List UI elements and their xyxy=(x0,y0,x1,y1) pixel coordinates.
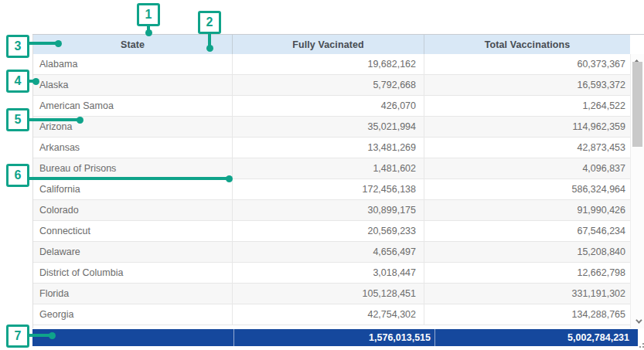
cell-total-vaccinations: 114,962,359 xyxy=(424,117,630,137)
cell-total-vaccinations: 586,324,964 xyxy=(424,179,630,199)
column-header-total-vaccinations[interactable]: Total Vaccinations xyxy=(424,35,630,54)
table-row[interactable]: Connecticut 20,569,233 67,546,234 xyxy=(33,221,630,242)
callout-3: 3 xyxy=(6,35,29,58)
callout-1: 1 xyxy=(137,3,160,26)
callout-7-line xyxy=(28,334,50,337)
callout-6: 6 xyxy=(6,164,29,187)
cell-fully-vaccinated: 19,682,162 xyxy=(232,54,424,74)
annotated-table-screenshot: State Fully Vacinated Total Vaccinations… xyxy=(0,0,644,350)
callout-2-dot xyxy=(206,45,213,52)
summary-row: 1,576,013,515 5,002,784,231 xyxy=(32,329,638,346)
cell-state: Alabama xyxy=(33,54,232,74)
cell-total-vaccinations: 67,546,234 xyxy=(424,221,630,241)
table-body: Alabama 19,682,162 60,373,367 Alaska 5,7… xyxy=(33,54,630,328)
cell-fully-vaccinated: 1,481,602 xyxy=(232,158,424,178)
cell-total-vaccinations: 331,191,302 xyxy=(424,284,630,304)
column-header-state[interactable]: State xyxy=(33,35,232,54)
cell-total-vaccinations: 134,288,765 xyxy=(424,304,630,325)
chevron-down-icon xyxy=(635,317,642,323)
cell-state: Alaska xyxy=(33,75,232,95)
cell-fully-vaccinated: 105,128,451 xyxy=(232,284,424,304)
table-header-row: State Fully Vacinated Total Vaccinations xyxy=(33,35,630,54)
table-row[interactable]: California 172,456,138 586,324,964 xyxy=(33,179,630,200)
table-row[interactable]: Arizona 35,021,994 114,962,359 xyxy=(33,117,630,138)
callout-3-dot xyxy=(55,40,62,47)
cell-fully-vaccinated: 3,018,447 xyxy=(232,263,424,283)
vertical-scrollbar[interactable] xyxy=(630,54,644,328)
summary-total-vaccinations: 5,002,784,231 xyxy=(434,329,638,346)
cell-state: Delaware xyxy=(33,242,232,262)
callout-5: 5 xyxy=(6,108,29,131)
cell-state: District of Columbia xyxy=(33,263,232,283)
cell-total-vaccinations: 15,208,840 xyxy=(424,242,630,262)
scroll-down-button[interactable] xyxy=(631,315,644,327)
cell-fully-vaccinated: 5,792,668 xyxy=(232,75,424,95)
cell-state: American Samoa xyxy=(33,96,232,116)
cell-total-vaccinations: 1,264,522 xyxy=(424,96,630,116)
table-row[interactable]: Arkansas 13,481,269 42,873,453 xyxy=(33,138,630,158)
summary-state-cell xyxy=(32,329,233,346)
cell-state: Connecticut xyxy=(33,221,232,241)
callout-7-dot xyxy=(49,332,56,339)
scrollbar-thumb[interactable] xyxy=(632,62,642,147)
cell-state: Bureau of Prisons xyxy=(33,158,232,178)
table-row[interactable]: Alabama 19,682,162 60,373,367 xyxy=(33,54,630,75)
table-row[interactable]: American Samoa 426,070 1,264,522 xyxy=(33,96,630,117)
callout-6-dot xyxy=(226,175,233,182)
cell-state: Arkansas xyxy=(33,138,232,158)
cell-state: California xyxy=(33,179,232,199)
cell-total-vaccinations: 4,096,837 xyxy=(424,158,630,178)
table-row[interactable]: Colorado 30,899,175 91,990,426 xyxy=(33,200,630,221)
summary-fully-vaccinated: 1,576,013,515 xyxy=(233,329,434,346)
cell-total-vaccinations: 60,373,367 xyxy=(424,54,630,74)
cell-fully-vaccinated: 30,899,175 xyxy=(232,200,424,220)
callout-7: 7 xyxy=(6,325,29,348)
cell-total-vaccinations: 16,593,372 xyxy=(424,75,630,95)
table-row[interactable]: Delaware 4,656,497 15,208,840 xyxy=(33,242,630,263)
cell-fully-vaccinated: 4,656,497 xyxy=(232,242,424,262)
callout-4-dot xyxy=(32,78,39,85)
table-row[interactable]: District of Columbia 3,018,447 12,662,79… xyxy=(33,263,630,284)
column-header-fully-vaccinated[interactable]: Fully Vacinated xyxy=(232,35,424,54)
cell-fully-vaccinated: 172,456,138 xyxy=(232,179,424,199)
cell-total-vaccinations: 91,990,426 xyxy=(424,200,630,220)
resize-handle-icon xyxy=(639,343,644,348)
callout-6-line xyxy=(28,177,227,180)
callout-2: 2 xyxy=(198,11,221,34)
cell-fully-vaccinated: 426,070 xyxy=(232,96,424,116)
callout-5-dot xyxy=(77,117,83,124)
cell-fully-vaccinated: 20,569,233 xyxy=(232,221,424,241)
cell-state: Florida xyxy=(33,284,232,304)
callout-4: 4 xyxy=(6,70,29,93)
cell-total-vaccinations: 12,662,798 xyxy=(424,263,630,283)
cell-state: Georgia xyxy=(33,304,232,325)
cell-fully-vaccinated: 42,754,302 xyxy=(232,304,424,325)
callout-3-line xyxy=(28,42,57,45)
callout-5-line xyxy=(28,118,78,121)
table-row[interactable]: Alaska 5,792,668 16,593,372 xyxy=(33,75,630,96)
table-row[interactable]: Georgia 42,754,302 134,288,765 xyxy=(33,304,630,325)
cell-fully-vaccinated: 13,481,269 xyxy=(232,138,424,158)
callout-1-dot xyxy=(145,29,152,36)
cell-fully-vaccinated: 35,021,994 xyxy=(232,117,424,137)
cell-state: Colorado xyxy=(33,200,232,220)
table-row[interactable]: Bureau of Prisons 1,481,602 4,096,837 xyxy=(33,158,630,179)
table-row[interactable]: Florida 105,128,451 331,191,302 xyxy=(33,284,630,304)
cell-total-vaccinations: 42,873,453 xyxy=(424,138,630,158)
